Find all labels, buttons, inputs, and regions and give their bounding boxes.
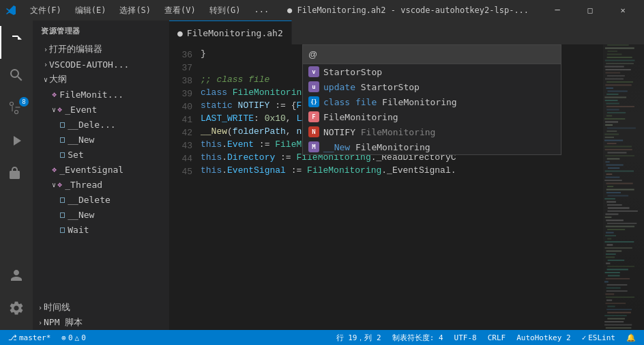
class-icon: ❖ [57, 180, 62, 189]
method-icon: □ [60, 150, 65, 159]
maximize-button[interactable]: □ [574, 0, 606, 20]
sidebar-item-label: _Thread [65, 180, 102, 190]
sidebar-item-event-new[interactable]: □ __New [33, 132, 169, 147]
autocomplete-item-name: StartorStop [323, 67, 382, 77]
sidebar-item-filemonitoring[interactable]: ❖ FileMonit... [33, 87, 169, 102]
settings-icon [8, 300, 25, 316]
chevron-right-icon: › [38, 319, 42, 327]
activity-run[interactable] [0, 124, 33, 157]
menu-view[interactable]: 查看(V) [159, 3, 201, 18]
sidebar-item-thread-new[interactable]: □ __New [33, 207, 169, 222]
autocomplete-item-startorstop-v[interactable]: v StartorStop [303, 64, 561, 79]
autocomplete-input[interactable] [303, 45, 561, 64]
sidebar-item-outline[interactable]: ∨ 大纲 [33, 72, 169, 87]
line-number: 42 [169, 126, 192, 139]
autocomplete-item-name: FileMonitoring [323, 112, 398, 122]
position-label: 行 19，列 2 [336, 333, 381, 343]
line-number: 41 [169, 113, 192, 126]
sidebar-item-thread[interactable]: ∨ ❖ _Thread [33, 177, 169, 192]
method-icon: □ [60, 195, 65, 204]
warning-icon: △ [75, 333, 80, 342]
status-position[interactable]: 行 19，列 2 [334, 330, 384, 345]
autocomplete-dropdown[interactable]: v StartorStop u update StartorStop {} cl… [302, 44, 561, 155]
activity-source-control[interactable]: 8 [0, 92, 33, 124]
status-eslint[interactable]: ✓ ESLint [579, 330, 618, 345]
sidebar-timeline[interactable]: › 时间线 [33, 300, 169, 315]
class-icon: ❖ [52, 165, 57, 174]
sidebar-item-label: __New [68, 210, 94, 220]
activity-search[interactable] [0, 59, 33, 92]
status-indent[interactable]: 制表符长度: 4 [390, 330, 446, 345]
sidebar-item-event[interactable]: ∨ ❖ _Event [33, 102, 169, 117]
method-icon: M [308, 141, 319, 152]
chevron-right-icon: › [44, 46, 48, 53]
sidebar-item-label: __Dele... [68, 120, 115, 130]
autocomplete-item-filemonitoring[interactable]: F FileMonitoring [303, 109, 561, 124]
method-icon: v [308, 66, 319, 77]
autocomplete-item-notify[interactable]: N NOTIFY FileMonitoring [303, 124, 561, 139]
line-number: 39 [169, 87, 192, 100]
status-eol[interactable]: CRLF [485, 330, 509, 345]
branch-label: master* [19, 333, 50, 342]
tab-filemonitoring[interactable]: ● FileMonitoring.ah2 [169, 20, 292, 44]
sidebar-header: 资源管理器 [33, 20, 169, 42]
class-icon: ❖ [57, 105, 62, 114]
status-notifications[interactable]: 🔔 [624, 330, 639, 345]
autocomplete-item-new[interactable]: M __New FileMonitoring [303, 139, 561, 154]
sidebar-npm-scripts[interactable]: › NPM 脚本 [33, 315, 169, 330]
menu-file[interactable]: 文件(F) [25, 3, 67, 18]
sidebar-item-open-editors[interactable]: › 打开的编辑器 [33, 42, 169, 57]
tab-bar: ● FileMonitoring.ah2 [169, 20, 644, 44]
sidebar-item-label: 打开的编辑器 [49, 43, 102, 55]
status-errors[interactable]: ⊗ 0 △ 0 [59, 330, 89, 345]
close-button[interactable]: ✕ [607, 0, 639, 20]
activity-extensions[interactable] [0, 157, 33, 190]
chevron-right-icon: › [38, 304, 42, 312]
autocomplete-item-classfile[interactable]: {} class file FileMonitoring [303, 94, 561, 109]
sidebar-item-event-set[interactable]: □ Set [33, 147, 169, 162]
sidebar-item-event-delete[interactable]: □ __Dele... [33, 117, 169, 132]
method-icon: □ [60, 120, 65, 129]
menu-goto[interactable]: 转到(G) [204, 3, 246, 18]
autocomplete-item-update[interactable]: u update StartorStop [303, 79, 561, 94]
function-icon: F [308, 111, 319, 122]
status-language[interactable]: AutoHotkey 2 [514, 330, 573, 345]
source-control-badge: 8 [19, 97, 29, 107]
sidebar-item-thread-delete[interactable]: □ __Delete [33, 192, 169, 207]
activity-explorer[interactable] [0, 26, 33, 59]
sidebar-item-vscode[interactable]: › VSCODE-AUTOH... [33, 57, 169, 72]
line-numbers: 36 37 38 39 40 41 42 43 44 45 [169, 47, 198, 327]
autocomplete-item-name: __New FileMonitoring [323, 142, 430, 152]
sidebar-item-eventsignal[interactable]: ❖ _EventSignal [33, 162, 169, 177]
sidebar-item-label: 大纲 [49, 73, 67, 85]
status-bar-left: ⎇ master* ⊗ 0 △ 0 [5, 330, 89, 345]
menu-select[interactable]: 选择(S) [114, 3, 156, 18]
code-line: this.EventSignal := FileMonitoring._Even… [198, 164, 603, 177]
tab-label: FileMonitoring.ah2 [187, 28, 283, 38]
menu-more[interactable]: ... [248, 3, 274, 18]
menu-edit[interactable]: 编辑(E) [70, 3, 112, 18]
autocomplete-item-name: update StartorStop [323, 82, 420, 92]
eslint-icon: ✓ [582, 333, 587, 342]
main-area: 8 资源管理器 › 打开的编辑器 [0, 20, 644, 330]
activity-settings[interactable] [0, 292, 33, 325]
line-number: 43 [169, 139, 192, 152]
status-branch[interactable]: ⎇ master* [5, 330, 53, 345]
status-encoding[interactable]: UTF-8 [452, 330, 480, 345]
class-icon: {} [308, 96, 319, 107]
line-number: 38 [169, 74, 192, 87]
class-icon: ❖ [52, 89, 57, 99]
method-icon: □ [60, 225, 65, 234]
sidebar-item-label: __Delete [68, 195, 111, 205]
minimize-button[interactable]: ─ [542, 0, 573, 20]
sidebar-item-thread-wait[interactable]: □ Wait [33, 222, 169, 237]
method-icon: □ [60, 210, 65, 219]
minimap [603, 44, 644, 330]
warning-count: 0 [81, 333, 86, 342]
line-number: 44 [169, 152, 192, 165]
tab-dirty-indicator: ● [177, 28, 183, 38]
sidebar-item-label: Wait [68, 225, 89, 235]
autocomplete-item-name: NOTIFY FileMonitoring [323, 127, 435, 137]
method-icon: u [308, 81, 319, 92]
activity-accounts[interactable] [0, 259, 33, 292]
